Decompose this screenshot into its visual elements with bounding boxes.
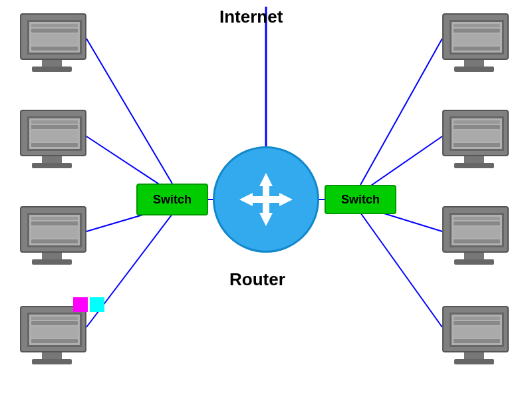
- computer-left-2: [17, 110, 90, 173]
- internet-label: Internet: [219, 7, 283, 27]
- svg-marker-14: [266, 193, 293, 206]
- computer-right-1: [439, 13, 512, 76]
- svg-marker-11: [259, 173, 273, 200]
- switch-left: Switch: [136, 184, 208, 215]
- color-square-cyan: [90, 297, 104, 312]
- router-arrows-svg: [233, 166, 299, 233]
- router-circle: [213, 146, 319, 253]
- svg-marker-13: [239, 193, 266, 206]
- switch-right: Switch: [325, 185, 396, 214]
- svg-line-7: [360, 39, 442, 185]
- computer-right-2: [439, 110, 512, 173]
- svg-line-10: [360, 213, 442, 327]
- svg-marker-12: [259, 200, 273, 226]
- svg-line-3: [86, 39, 172, 184]
- computer-left-4: [17, 306, 90, 369]
- router-label: Router: [229, 269, 285, 290]
- computer-left-3: [17, 206, 90, 269]
- computer-right-3: [439, 206, 512, 269]
- computer-right-4: [439, 306, 512, 369]
- computer-left-1: [17, 13, 90, 76]
- network-diagram: Internet: [0, 0, 532, 399]
- color-square-magenta: [73, 297, 88, 312]
